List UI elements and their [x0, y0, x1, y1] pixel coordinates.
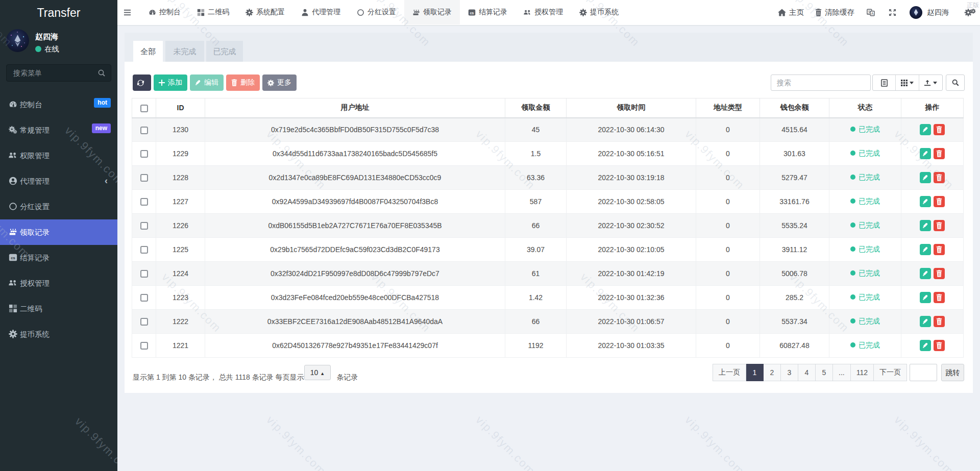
svg-text:A: A [871, 11, 874, 15]
svg-text:cs: cs [11, 256, 15, 260]
svg-text:cs: cs [470, 11, 474, 14]
